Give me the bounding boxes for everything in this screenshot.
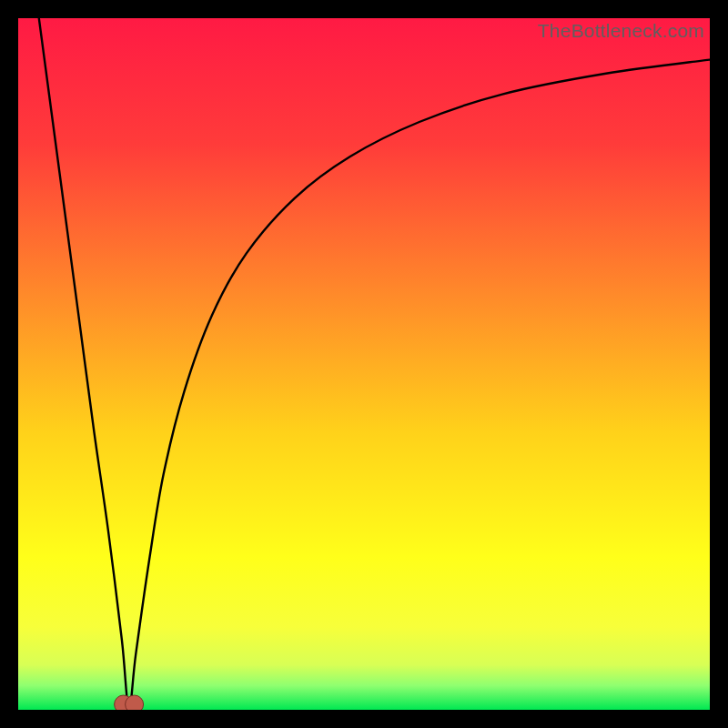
watermark-text: TheBottleneck.com xyxy=(538,20,704,42)
optimal-point-marker xyxy=(115,695,144,710)
bottleneck-chart xyxy=(18,18,710,710)
chart-frame: TheBottleneck.com xyxy=(18,18,710,710)
optimal-point-lobe xyxy=(126,695,144,710)
gradient-background xyxy=(18,18,710,710)
